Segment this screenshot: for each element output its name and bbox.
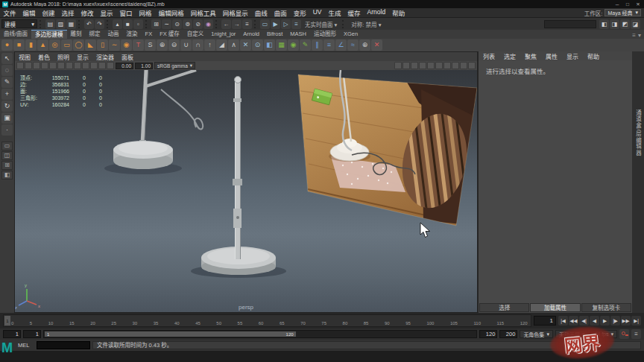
shelf-tab-渲染[interactable]: 渲染 bbox=[123, 30, 142, 39]
ae-menu-选定[interactable]: 选定 bbox=[499, 52, 520, 60]
poly-plane-icon[interactable]: ▭ bbox=[61, 39, 72, 51]
left-lamp-model[interactable] bbox=[113, 70, 203, 169]
multi-cut-icon[interactable]: ✕ bbox=[240, 39, 251, 51]
shelf-tab-绑定[interactable]: 绑定 bbox=[86, 30, 104, 39]
menu-选择[interactable]: 选择 bbox=[58, 8, 78, 17]
grid-toggle-icon[interactable] bbox=[74, 62, 81, 69]
shelf-tab-曲线/曲面[interactable]: 曲线/曲面 bbox=[0, 30, 31, 39]
chevron-down-icon[interactable]: ▾ bbox=[638, 32, 641, 39]
snap-curve-icon[interactable]: ∼ bbox=[162, 19, 171, 29]
image-plane-icon[interactable] bbox=[49, 62, 57, 69]
shadows-toggle-icon[interactable] bbox=[427, 62, 435, 69]
combine-icon[interactable]: ⊕ bbox=[157, 39, 168, 51]
ae-menu-属性[interactable]: 属性 bbox=[541, 52, 562, 60]
workspace-dropdown[interactable]: Maya 经典 ▾ bbox=[604, 9, 641, 16]
select-tool[interactable]: ↖ bbox=[1, 53, 13, 64]
gamma-field[interactable]: 1.00 bbox=[135, 63, 153, 69]
undo-icon[interactable]: ↶ bbox=[84, 19, 94, 29]
shaded-mode-icon[interactable] bbox=[402, 62, 410, 69]
select-object-icon[interactable]: ■ bbox=[123, 19, 133, 29]
insert-edge-loop-icon[interactable]: ∥ bbox=[312, 39, 323, 51]
menu-帮助[interactable]: 帮助 bbox=[389, 8, 408, 17]
ae-menu-聚焦[interactable]: 聚焦 bbox=[520, 52, 541, 60]
output-connections-icon[interactable]: → bbox=[232, 19, 242, 29]
shelf-tab-运动图形[interactable]: 运动图形 bbox=[310, 30, 340, 39]
animation-start-field[interactable]: 1 bbox=[3, 330, 21, 338]
center-pivot-icon[interactable]: ⊕ bbox=[359, 39, 370, 51]
menu-窗口[interactable]: 窗口 bbox=[116, 8, 136, 17]
panel-menu-渲染器[interactable]: 渲染器 bbox=[92, 53, 118, 61]
shelf-tab-MASH[interactable]: MASH bbox=[286, 30, 310, 39]
single-pane-layout[interactable]: ▭ bbox=[1, 142, 13, 150]
resolution-gate-icon[interactable] bbox=[90, 62, 98, 69]
field-chart-icon[interactable] bbox=[107, 62, 114, 69]
poly-torus-icon[interactable]: ◎ bbox=[49, 39, 60, 51]
animation-end-field[interactable]: 200 bbox=[499, 330, 517, 338]
snap-projected-center-icon[interactable]: ⊚ bbox=[183, 19, 192, 29]
poly-cylinder-icon[interactable]: ▮ bbox=[25, 39, 37, 51]
boolean-union-icon[interactable]: ∪ bbox=[180, 39, 192, 51]
poly-disc-icon[interactable]: ◯ bbox=[73, 39, 84, 51]
minimize-button[interactable]: ─ bbox=[613, 1, 621, 7]
input-connections-icon[interactable]: ← bbox=[221, 19, 231, 29]
poly-sphere-icon[interactable]: ● bbox=[1, 39, 13, 51]
range-slider-bar[interactable]: 1 120 bbox=[45, 331, 296, 337]
rotate-tool[interactable]: ↻ bbox=[1, 101, 13, 112]
edge-flow-icon[interactable]: ≈ bbox=[347, 39, 359, 51]
last-tool-tool[interactable]: · bbox=[1, 124, 13, 136]
smooth-icon[interactable]: ∩ bbox=[192, 39, 203, 51]
snap-view-plane-icon[interactable]: ⊘ bbox=[193, 19, 203, 29]
shelf-tab-FX 缓存[interactable]: FX 缓存 bbox=[156, 30, 183, 39]
current-time-field[interactable]: 1 bbox=[534, 316, 556, 326]
lasso-select-tool[interactable]: ◌ bbox=[1, 65, 13, 76]
menu-set-dropdown[interactable]: 建模 ▾ bbox=[1, 19, 37, 28]
shelf-tab-自定义[interactable]: 自定义 bbox=[183, 30, 208, 39]
command-language-label[interactable]: MEL bbox=[18, 342, 34, 349]
menu-网格工具[interactable]: 网格工具 bbox=[187, 8, 219, 17]
2d-pan-zoom-icon[interactable] bbox=[57, 62, 65, 69]
ae-button-复制选项卡[interactable]: 复制选项卡 bbox=[581, 303, 631, 312]
sweep-mesh-icon[interactable]: S bbox=[145, 39, 156, 51]
panel-menu-面板[interactable]: 面板 bbox=[118, 53, 137, 61]
offset-edge-loop-icon[interactable]: ≡ bbox=[323, 39, 335, 51]
four-pane-layout[interactable]: ⊞ bbox=[1, 161, 13, 170]
shelf-tab-1night_jor[interactable]: 1night_jor bbox=[207, 30, 239, 39]
isolate-select-icon[interactable] bbox=[468, 62, 476, 69]
exposure-field[interactable]: 0.00 bbox=[116, 63, 133, 69]
step-forward-frame-button[interactable]: ▶▶ bbox=[621, 316, 631, 326]
polygon-type-icon[interactable]: T bbox=[133, 39, 144, 51]
menu-网格[interactable]: 网格 bbox=[136, 8, 155, 17]
multisample-aa-icon[interactable] bbox=[452, 62, 459, 69]
symmetry-dropdown[interactable]: 对称: 禁用 ▾ bbox=[348, 20, 384, 28]
poly-cube-icon[interactable]: ■ bbox=[13, 39, 25, 51]
panel-menu-着色[interactable]: 着色 bbox=[34, 53, 54, 61]
maximize-button[interactable]: □ bbox=[624, 1, 631, 7]
desk-lamp-model[interactable] bbox=[201, 77, 276, 276]
playback-end-field[interactable]: 120 bbox=[479, 330, 497, 338]
film-gate-icon[interactable] bbox=[82, 62, 89, 69]
move-tool[interactable]: + bbox=[1, 89, 13, 100]
menu-网格显示[interactable]: 网格显示 bbox=[219, 8, 251, 17]
colorspace-dropdown[interactable]: sRGB gamma ▾ bbox=[154, 62, 195, 69]
tool-settings-toggle-icon[interactable]: ◩ bbox=[620, 19, 630, 29]
menu-显示[interactable]: 显示 bbox=[97, 8, 116, 17]
select-hierarchy-icon[interactable]: ▴ bbox=[113, 19, 122, 29]
textured-mode-icon[interactable] bbox=[411, 62, 418, 69]
range-slider-track[interactable]: 1 120 bbox=[43, 330, 477, 338]
delete-history-icon[interactable]: ✕ bbox=[371, 39, 382, 51]
shelf-tab-多边形建模[interactable]: 多边形建模 bbox=[31, 30, 67, 39]
sculpt-tool-icon[interactable]: ✎ bbox=[300, 39, 311, 51]
menu-变形[interactable]: 变形 bbox=[290, 8, 309, 17]
menu-UV[interactable]: UV bbox=[309, 8, 325, 17]
viewport-canvas[interactable]: y x z 顶点:15507100边:35683100面:15196600三角形… bbox=[15, 70, 477, 312]
grease-pencil-icon[interactable] bbox=[66, 62, 73, 69]
lock-camera-icon[interactable] bbox=[25, 62, 32, 69]
close-button[interactable]: ✕ bbox=[634, 1, 642, 7]
bookmarks-icon[interactable] bbox=[41, 62, 48, 69]
shelf-tab-雕刻[interactable]: 雕刻 bbox=[67, 30, 86, 39]
go-to-start-button[interactable]: |◀ bbox=[558, 316, 568, 326]
ambient-occlusion-icon[interactable] bbox=[435, 62, 443, 69]
save-scene-icon[interactable]: ▦ bbox=[66, 19, 76, 29]
bridge-icon[interactable]: ∧ bbox=[228, 39, 239, 51]
separate-icon[interactable]: ⊖ bbox=[168, 39, 180, 51]
